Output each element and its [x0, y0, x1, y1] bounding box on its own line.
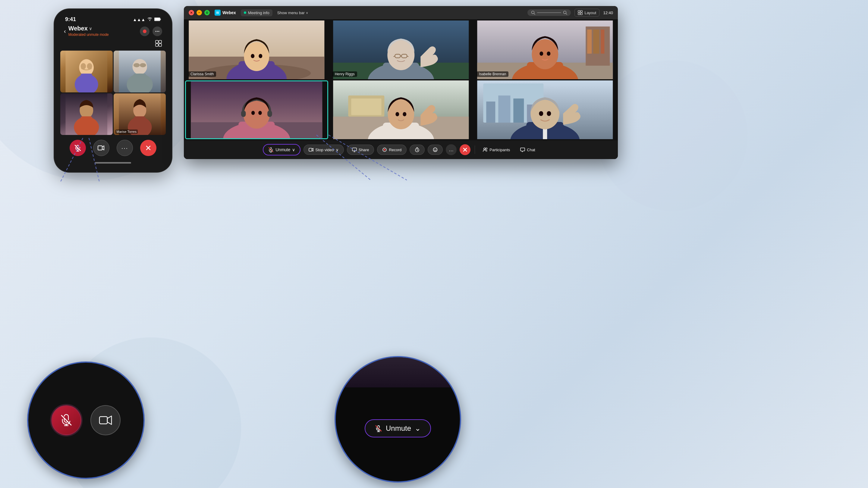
- reactions-button[interactable]: [428, 144, 443, 155]
- svg-rect-87: [241, 110, 246, 117]
- svg-rect-117: [352, 148, 356, 151]
- video-icon: [309, 147, 313, 152]
- status-icons: ▲▲▲: [133, 17, 161, 22]
- svg-line-46: [534, 13, 535, 15]
- svg-rect-38: [98, 146, 102, 150]
- svg-point-127: [434, 149, 435, 150]
- desktop-label-isabelle: Isabelle Brennan: [476, 71, 508, 77]
- record-label: Record: [389, 148, 401, 152]
- mute-slash-icon: [268, 147, 274, 153]
- zoom-mic-slash-large-icon: [375, 425, 382, 432]
- svg-rect-74: [587, 30, 592, 54]
- svg-point-128: [436, 149, 436, 150]
- svg-point-59: [251, 54, 254, 58]
- svg-rect-22: [133, 73, 146, 85]
- stop-video-button[interactable]: Stop video ∨: [304, 144, 344, 155]
- phone-header: ‹ Webex ∨ Moderated unmute mode: [59, 24, 167, 40]
- stop-video-chevron-icon: ∨: [336, 148, 339, 152]
- phone-frame: 9:41 ▲▲▲ ‹ Webex: [54, 9, 172, 172]
- phone-screen: 9:41 ▲▲▲ ‹ Webex: [59, 14, 167, 167]
- svg-line-124: [417, 150, 418, 151]
- zoom-video-button[interactable]: [90, 405, 121, 435]
- desktop-search-bar[interactable]: [527, 9, 571, 16]
- zoom-unmute-button[interactable]: Unmute ⌄: [365, 419, 431, 437]
- more-options-button[interactable]: …: [446, 144, 457, 155]
- unmute-chevron-icon: ∨: [292, 147, 295, 152]
- back-icon[interactable]: ‹: [64, 28, 66, 35]
- end-call-button[interactable]: [460, 144, 470, 155]
- more-options-icon[interactable]: [153, 27, 162, 36]
- desktop-app-container: W Webex Meeting info Show menu bar ∨: [184, 6, 618, 159]
- phone-more-button[interactable]: ···: [117, 140, 133, 156]
- participants-label: Participants: [490, 148, 510, 152]
- chat-label: Chat: [527, 148, 535, 152]
- timer-button[interactable]: [410, 144, 425, 155]
- zoom-circle-desktop: Unmute ⌄: [335, 356, 461, 483]
- svg-rect-50: [581, 10, 582, 12]
- meeting-info-button[interactable]: Meeting info: [241, 9, 273, 16]
- signal-icon: ▲▲▲: [133, 17, 145, 22]
- desktop-titlebar: W Webex Meeting info Show menu bar ∨: [184, 6, 618, 19]
- show-menu-label: Show menu bar: [277, 10, 305, 15]
- desktop-video-cell-person4: [185, 80, 328, 139]
- desktop-label-henry: Henry Riggs: [333, 71, 357, 77]
- toolbar-separator: [475, 145, 475, 154]
- window-close-button[interactable]: [189, 10, 194, 15]
- svg-point-112: [547, 111, 551, 116]
- titlebar-right: Layout 12:40: [527, 9, 613, 17]
- show-menu-chevron-icon: ∨: [306, 11, 308, 14]
- grid-toggle-icon[interactable]: [59, 40, 167, 51]
- svg-point-23: [133, 63, 140, 67]
- unmute-label: Unmute: [276, 147, 290, 152]
- svg-rect-11: [159, 44, 161, 46]
- emoji-icon: [433, 147, 438, 152]
- zoom-video-icon: [99, 414, 112, 427]
- window-minimize-button[interactable]: [196, 10, 202, 15]
- phone-video-cell-4: Marise Torres: [114, 93, 166, 135]
- zoom-desktop-inner: Unmute ⌄: [365, 419, 431, 437]
- zoom-mute-button[interactable]: [51, 405, 82, 435]
- svg-point-132: [486, 148, 487, 150]
- svg-point-24: [140, 63, 146, 67]
- webex-name: Webex: [68, 25, 88, 32]
- phone-time: 9:41: [65, 16, 76, 23]
- window-maximize-button[interactable]: [204, 10, 210, 15]
- share-button[interactable]: Share: [347, 144, 374, 155]
- svg-rect-8: [156, 40, 158, 43]
- layout-button[interactable]: Layout: [575, 9, 599, 17]
- phone-controls: ···: [59, 135, 167, 160]
- svg-point-5: [156, 31, 156, 32]
- webex-app-name: Webex: [222, 10, 236, 15]
- phone-end-call-button[interactable]: [140, 140, 156, 156]
- webex-logo-icon: W: [215, 10, 221, 16]
- record-button[interactable]: Record: [377, 144, 407, 155]
- svg-rect-10: [156, 44, 158, 46]
- svg-rect-94: [351, 98, 381, 115]
- titlebar-left: W Webex Meeting info Show menu bar ∨: [189, 9, 308, 16]
- participants-button[interactable]: Participants: [479, 145, 514, 155]
- share-icon: [352, 147, 357, 152]
- svg-rect-103: [498, 96, 510, 123]
- svg-rect-51: [578, 13, 580, 15]
- svg-point-131: [484, 148, 486, 150]
- bg-shape-3: [597, 60, 747, 211]
- desktop-video-cell-clarissa: Clarissa Smith: [185, 21, 328, 79]
- phone-video-button[interactable]: [93, 140, 110, 156]
- chevron-down-icon: ∨: [89, 26, 92, 31]
- phone-mute-button[interactable]: [70, 140, 86, 156]
- person5-video: [330, 80, 472, 139]
- phone-participant-label-4: Marise Torres: [116, 130, 138, 134]
- svg-rect-34: [134, 116, 145, 128]
- person6-video: [473, 80, 617, 139]
- svg-rect-2: [155, 18, 160, 21]
- svg-point-0: [150, 20, 150, 21]
- show-menu-bar-button[interactable]: Show menu bar ∨: [277, 10, 308, 15]
- phone-home-bar: [95, 162, 131, 164]
- search-input-visual: [537, 12, 561, 13]
- participants-icon: [483, 147, 488, 152]
- svg-line-48: [566, 13, 567, 15]
- chat-button[interactable]: Chat: [517, 145, 538, 155]
- svg-rect-136: [99, 417, 107, 424]
- unmute-button[interactable]: Unmute ∨: [263, 144, 301, 156]
- svg-rect-3: [160, 19, 161, 20]
